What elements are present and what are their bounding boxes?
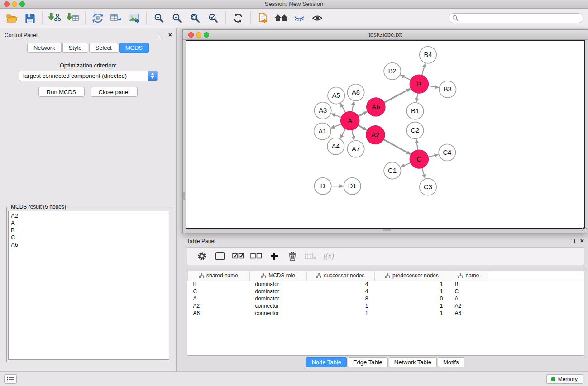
graph-node-B1[interactable]: B1 — [406, 103, 423, 119]
network-canvas[interactable]: B4B2BB3A8A5A6B1A3AA1C2A2A4A7C4CC1C3DD1 — [186, 40, 585, 229]
graph-edge-A-A8[interactable] — [352, 101, 354, 111]
graph-node-B[interactable]: B — [410, 75, 428, 93]
close-traffic-light[interactable] — [4, 1, 10, 7]
graph-node-A8[interactable]: A8 — [347, 84, 364, 101]
hide-details-button[interactable] — [290, 10, 308, 26]
graph-edge-A-A3[interactable] — [331, 114, 341, 117]
column-header-3[interactable]: predecessor nodes — [375, 271, 449, 281]
tab-motifs[interactable]: Motifs — [438, 357, 464, 367]
network-from-selection-button[interactable] — [89, 10, 107, 26]
result-item[interactable]: C — [11, 234, 167, 241]
graph-edge-A-A6[interactable] — [358, 112, 367, 116]
function-builder-button[interactable]: f(x) — [320, 248, 338, 264]
column-header-0[interactable]: shared name — [188, 271, 250, 281]
result-item[interactable]: A2 — [11, 212, 167, 219]
graph-edge-B-B4[interactable] — [422, 63, 425, 75]
maximize-traffic-light[interactable] — [19, 1, 25, 7]
graph-edge-B-B3[interactable] — [428, 86, 439, 87]
result-item[interactable]: B — [11, 227, 167, 234]
vertical-scrollbar-thumb[interactable] — [183, 192, 185, 200]
memory-button[interactable]: Memory — [546, 374, 583, 384]
graph-edge-C-C1[interactable] — [401, 163, 411, 167]
first-neighbors-button[interactable] — [272, 10, 290, 26]
table-panel-close-icon[interactable]: × — [580, 238, 584, 243]
export-image-button[interactable] — [125, 10, 143, 26]
graph-edge-A-A2[interactable] — [358, 125, 367, 130]
control-panel-float-button[interactable] — [159, 33, 163, 37]
graph-edge-A-A1[interactable] — [331, 124, 341, 128]
save-session-button[interactable] — [21, 10, 39, 26]
apply-layout-button[interactable] — [229, 10, 247, 26]
node-table[interactable]: shared nameMCDS rolesuccessor nodesprede… — [187, 271, 584, 356]
import-network-button[interactable] — [46, 10, 64, 26]
search-input[interactable] — [459, 15, 583, 21]
graph-edge-C-C2[interactable] — [416, 139, 418, 150]
task-history-button[interactable] — [4, 374, 17, 384]
network-maximize-traffic-light[interactable] — [204, 32, 209, 38]
result-item[interactable]: A — [11, 219, 167, 227]
open-session-button[interactable] — [3, 10, 21, 26]
graph-node-A2[interactable]: A2 — [366, 125, 385, 144]
table-row[interactable]: Adominator80A — [188, 295, 584, 302]
graph-edge-A2-C[interactable] — [383, 139, 411, 154]
tab-style[interactable]: Style — [62, 43, 88, 53]
graph-edge-A-A5[interactable] — [340, 103, 345, 113]
graph-node-C2[interactable]: C2 — [406, 122, 423, 139]
tab-network[interactable]: Network — [27, 43, 62, 53]
graph-edge-A-A7[interactable] — [352, 130, 354, 140]
graph-node-A7[interactable]: A7 — [347, 141, 364, 157]
criterion-dropdown[interactable]: largest connected component (directed) — [19, 71, 158, 81]
window-resize-grip[interactable] — [582, 227, 587, 232]
graph-node-C1[interactable]: C1 — [384, 162, 401, 179]
graph-node-B4[interactable]: B4 — [420, 47, 436, 63]
search-box[interactable] — [449, 13, 583, 23]
graph-edge-A6-B[interactable] — [384, 89, 411, 103]
graph-node-A3[interactable]: A3 — [314, 102, 331, 119]
graph-edge-B-B2[interactable] — [400, 75, 411, 80]
column-header-1[interactable]: MCDS role — [250, 271, 307, 281]
tab-node-table[interactable]: Node Table — [306, 357, 347, 367]
graph-node-A5[interactable]: A5 — [328, 87, 344, 104]
mcds-result-list[interactable]: A2ABCA6 — [8, 211, 169, 360]
graph-node-D[interactable]: D — [314, 178, 331, 195]
run-mcds-button[interactable]: Run MCDS — [38, 87, 85, 97]
table-row[interactable]: A2connector11A2 — [188, 302, 584, 310]
network-graph[interactable]: B4B2BB3A8A5A6B1A3AA1C2A2A4A7C4CC1C3DD1 — [186, 41, 584, 228]
graph-node-C4[interactable]: C4 — [439, 144, 455, 161]
table-settings-button[interactable] — [193, 248, 211, 264]
graph-node-C3[interactable]: C3 — [420, 179, 436, 195]
graph-node-B2[interactable]: B2 — [384, 63, 401, 80]
graph-node-A[interactable]: A — [341, 111, 359, 130]
show-columns-button[interactable] — [211, 248, 229, 264]
minimize-traffic-light[interactable] — [12, 1, 17, 7]
zoom-in-button[interactable] — [150, 10, 168, 26]
table-row[interactable]: A6connector11A6 — [188, 310, 584, 317]
control-panel-close-icon[interactable]: × — [168, 32, 172, 38]
result-item[interactable]: A6 — [11, 241, 167, 248]
delete-column-button[interactable] — [283, 248, 301, 264]
graph-node-D1[interactable]: D1 — [344, 178, 360, 195]
select-all-columns-button[interactable] — [229, 248, 247, 264]
graph-node-B3[interactable]: B3 — [439, 81, 456, 98]
tab-select[interactable]: Select — [89, 43, 118, 53]
graph-edge-C-C3[interactable] — [422, 168, 425, 178]
table-row[interactable]: Cdominator41C — [188, 288, 584, 295]
graph-node-A6[interactable]: A6 — [367, 98, 385, 116]
export-document-button[interactable] — [254, 10, 272, 26]
zoom-fit-button[interactable] — [186, 10, 204, 26]
column-header-4[interactable]: name — [449, 271, 488, 281]
create-column-button[interactable] — [265, 248, 283, 264]
network-minimize-traffic-light[interactable] — [196, 32, 201, 38]
tab-network-table[interactable]: Network Table — [389, 357, 437, 367]
graph-edge-B-B1[interactable] — [416, 93, 418, 102]
network-window-titlebar[interactable]: testGlobe.txt — [183, 30, 588, 40]
import-table-button[interactable] — [64, 10, 82, 26]
zoom-selected-button[interactable] — [204, 10, 222, 26]
network-close-traffic-light[interactable] — [188, 32, 194, 38]
delete-table-button[interactable] — [301, 248, 320, 264]
tab-mcds[interactable]: MCDS — [119, 43, 149, 53]
table-row[interactable]: Bdominator41B — [188, 281, 584, 288]
column-header-2[interactable]: successor nodes — [307, 271, 375, 281]
graph-edge-C-C4[interactable] — [428, 155, 439, 157]
tab-edge-table[interactable]: Edge Table — [348, 357, 388, 367]
